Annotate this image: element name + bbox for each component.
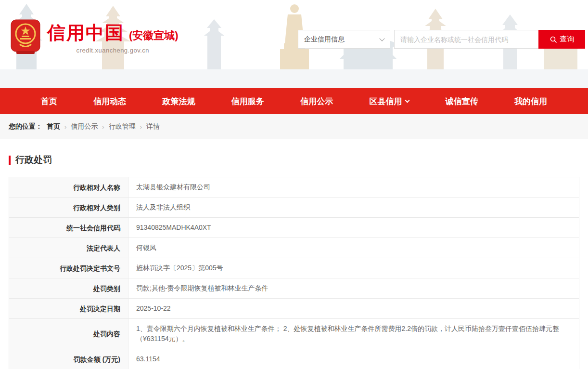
row-label: 处罚决定日期 xyxy=(9,299,128,319)
chevron-down-icon xyxy=(405,98,410,103)
page: 信用中国 (安徽宣城) credit.xuancheng.gov.cn 企业信用… xyxy=(0,0,588,369)
table-row: 统一社会信用代码 91340825MADHK4A0XT xyxy=(9,218,579,238)
nav-item-label: 政策法规 xyxy=(163,96,195,107)
table-row: 处罚类别 罚款;其他-责令限期恢复植被和林业生产条件 xyxy=(9,278,579,299)
nav-item-credit-service[interactable]: 信用服务 xyxy=(231,96,264,107)
chevron-down-icon xyxy=(379,36,384,41)
breadcrumb-admin-management[interactable]: 行政管理 xyxy=(109,122,136,131)
nav-item-label: 首页 xyxy=(41,96,57,107)
nav-item-district-credit[interactable]: 区县信用 xyxy=(369,96,409,107)
breadcrumb-prefix: 您的位置： xyxy=(9,122,42,131)
site-header: 信用中国 (安徽宣城) credit.xuancheng.gov.cn 企业信用… xyxy=(0,0,588,88)
search-category-value: 企业信用信息 xyxy=(304,35,345,44)
nav-item-label: 区县信用 xyxy=(369,96,402,107)
row-value: 太湖县银众建材有限公司 xyxy=(128,177,579,198)
table-row: 行政处罚决定书文号 旌林罚决字〔2025〕第005号 xyxy=(9,258,579,278)
nav-item-my-credit[interactable]: 我的信用 xyxy=(514,96,547,107)
breadcrumb-credit-publicity[interactable]: 信用公示 xyxy=(71,122,98,131)
site-logo[interactable]: 信用中国 (安徽宣城) credit.xuancheng.gov.cn xyxy=(11,19,179,55)
row-value: 91340825MADHK4A0XT xyxy=(128,218,579,238)
table-row: 行政相对人名称 太湖县银众建材有限公司 xyxy=(9,177,579,198)
row-value: 罚款;其他-责令限期恢复植被和林业生产条件 xyxy=(128,278,579,299)
logo-text: 信用中国 (安徽宣城) credit.xuancheng.gov.cn xyxy=(47,21,179,54)
row-value: 何银凤 xyxy=(128,238,579,258)
title-accent-bar xyxy=(9,156,11,165)
breadcrumb-home[interactable]: 首页 xyxy=(47,122,60,131)
search-icon xyxy=(550,36,557,43)
nav-item-label: 信用服务 xyxy=(231,96,264,107)
breadcrumb-separator: › xyxy=(140,123,142,131)
table-row: 法定代表人 何银凤 xyxy=(9,238,579,258)
nav-item-label: 信用公示 xyxy=(300,96,333,107)
search-button-label: 查询 xyxy=(560,35,575,44)
breadcrumb: 您的位置： 首页 › 信用公示 › 行政管理 › 详情 xyxy=(0,114,588,139)
nav-item-credit-publicity[interactable]: 信用公示 xyxy=(300,96,333,107)
section-title: 行政处罚 xyxy=(9,154,579,166)
row-value: 旌林罚决字〔2025〕第005号 xyxy=(128,258,579,278)
search-input[interactable] xyxy=(394,30,538,49)
section-title-text: 行政处罚 xyxy=(15,154,52,166)
nav-item-integrity-promotion[interactable]: 诚信宣传 xyxy=(446,96,478,107)
row-value: 63.1154 xyxy=(128,349,579,369)
site-name: 信用中国 xyxy=(47,21,124,45)
main-nav: 首页 信用动态 政策法规 信用服务 信用公示 区县信用 诚信宣传 我的信用 xyxy=(0,88,588,114)
row-label: 罚款金额 (万元) xyxy=(9,349,128,369)
search-area: 企业信用信息 查询 xyxy=(298,30,585,49)
search-button[interactable]: 查询 xyxy=(538,30,585,49)
row-label: 处罚类别 xyxy=(9,278,128,299)
row-label: 行政相对人类别 xyxy=(9,198,128,218)
row-label: 处罚内容 xyxy=(9,319,128,349)
table-row: 处罚内容 1、责令限期六个月内恢复植被和林业生产条件； 2、处恢复植被和林业生产… xyxy=(9,319,579,349)
site-region: (安徽宣城) xyxy=(129,28,179,43)
table-row: 罚款金额 (万元) 63.1154 xyxy=(9,349,579,369)
national-emblem-icon xyxy=(11,19,40,55)
row-label: 统一社会信用代码 xyxy=(9,218,128,238)
row-value: 2025-10-22 xyxy=(128,299,579,319)
site-domain: credit.xuancheng.gov.cn xyxy=(47,47,179,54)
nav-item-policy[interactable]: 政策法规 xyxy=(163,96,195,107)
row-label: 行政相对人名称 xyxy=(9,177,128,198)
row-label: 行政处罚决定书文号 xyxy=(9,258,128,278)
row-value: 1、责令限期六个月内恢复植被和林业生产条件； 2、处恢复植被和林业生产条件所需费… xyxy=(128,319,579,349)
nav-item-label: 信用动态 xyxy=(93,96,126,107)
table-row: 处罚决定日期 2025-10-22 xyxy=(9,299,579,319)
row-value: 法人及非法人组织 xyxy=(128,198,579,218)
nav-item-label: 我的信用 xyxy=(514,96,547,107)
breadcrumb-separator: › xyxy=(102,123,104,131)
search-category-select[interactable]: 企业信用信息 xyxy=(298,30,390,49)
breadcrumb-separator: › xyxy=(64,123,66,131)
nav-item-home[interactable]: 首页 xyxy=(41,96,57,107)
main-content: 行政处罚 行政相对人名称 太湖县银众建材有限公司 行政相对人类别 法人及非法人组… xyxy=(0,139,588,369)
row-label: 法定代表人 xyxy=(9,238,128,258)
breadcrumb-current: 详情 xyxy=(146,122,160,131)
penalty-detail-table: 行政相对人名称 太湖县银众建材有限公司 行政相对人类别 法人及非法人组织 统一社… xyxy=(9,177,579,369)
table-row: 行政相对人类别 法人及非法人组织 xyxy=(9,198,579,218)
nav-item-label: 诚信宣传 xyxy=(446,96,478,107)
nav-item-credit-news[interactable]: 信用动态 xyxy=(93,96,126,107)
